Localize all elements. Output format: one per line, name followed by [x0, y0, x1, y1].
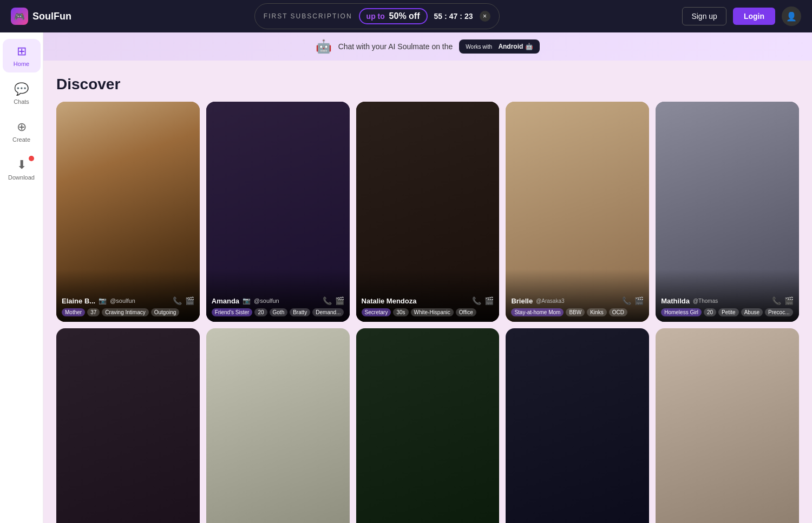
timer-hours: 55: [434, 12, 443, 21]
card-name-mathilda: Mathilda: [661, 297, 690, 305]
character-card-row2-5[interactable]: [656, 328, 799, 523]
card-handle-amanda: @soulfun: [254, 297, 279, 304]
banner-bot-icon: 🤖: [316, 39, 332, 54]
tag: 20: [254, 308, 267, 316]
nav-right: Sign up Login 👤: [682, 6, 801, 26]
phone-icon: 📞: [472, 296, 481, 305]
sidebar-item-create[interactable]: ⊕ Create: [3, 115, 41, 148]
tag: 30s: [393, 308, 408, 316]
android-label: Android: [498, 43, 523, 50]
phone-icon: 📞: [622, 296, 631, 305]
card-action-icons-natalie: 📞 🎬: [472, 296, 494, 305]
sidebar-download-label: Download: [8, 174, 35, 181]
promo-close-button[interactable]: ×: [480, 11, 490, 22]
card-action-icons-elaine: 📞 🎬: [173, 296, 194, 305]
timer-seconds: 23: [464, 12, 473, 21]
download-icon: ⬇: [17, 158, 27, 172]
discount-prefix: up to: [366, 12, 385, 21]
tag: BBW: [566, 308, 585, 316]
video-icon: 🎬: [335, 296, 344, 305]
tag: Outgoing: [151, 308, 180, 316]
logo-icon: 🎮: [11, 8, 28, 25]
character-card-row2-1[interactable]: [56, 328, 200, 523]
tag: Bratty: [290, 308, 310, 316]
top-navigation: 🎮 SoulFun FIRST SUBSCRIPTION up to 50% o…: [0, 0, 812, 32]
tag: Kinks: [587, 308, 606, 316]
tag: Petite: [718, 308, 739, 316]
phone-icon: 📞: [772, 296, 781, 305]
video-icon: 🎬: [185, 296, 194, 305]
promo-timer: 55 : 47 : 23: [434, 12, 473, 21]
tag: 37: [87, 308, 100, 316]
promo-banner: FIRST SUBSCRIPTION up to 50% off 55 : 47…: [254, 3, 500, 29]
card-tags-natalie: Secretary 30s White-Hispanic Office: [362, 308, 494, 316]
tag: Craving Intimacy: [102, 308, 148, 316]
sidebar-chats-label: Chats: [14, 98, 29, 105]
login-button[interactable]: Login: [733, 8, 775, 25]
character-card-row2-3[interactable]: [356, 328, 500, 523]
phone-icon: 📞: [173, 296, 182, 305]
tag: Secretary: [362, 308, 391, 316]
android-banner: 🤖 Chat with your AI Soulmate on the Work…: [43, 32, 812, 61]
discount-value: 50% off: [389, 11, 420, 21]
app-logo[interactable]: 🎮 SoulFun: [11, 8, 71, 25]
character-card-elaine[interactable]: Elaine B... 📷 @soulfun 📞 🎬 Mother 37 Cra…: [56, 102, 200, 322]
tag: Stay-at-home Mom: [511, 308, 564, 316]
character-card-grid-row2: [56, 328, 799, 523]
phone-icon: 📞: [323, 296, 332, 305]
sidebar-item-home[interactable]: ⊞ Home: [3, 39, 41, 72]
signup-button[interactable]: Sign up: [682, 7, 726, 25]
card-name-brielle: Brielle: [511, 297, 533, 305]
card-handle-mathilda: @Thomas: [693, 298, 718, 304]
tag: Demand...: [312, 308, 344, 316]
sidebar-create-label: Create: [12, 136, 30, 143]
user-avatar[interactable]: 👤: [782, 6, 801, 26]
character-card-row2-2[interactable]: [206, 328, 350, 523]
character-card-brielle[interactable]: Brielle @Arasaka3 📞 🎬 Stay-at-home Mom B…: [506, 102, 649, 322]
sidebar-item-download[interactable]: ⬇ Download: [3, 153, 41, 186]
card-tags-elaine: Mother 37 Craving Intimacy Outgoing: [62, 308, 194, 316]
card-handle-elaine: @soulfun: [110, 297, 135, 304]
sidebar-home-label: Home: [14, 61, 29, 67]
tag: Mother: [62, 308, 85, 316]
timer-minutes: 47: [449, 12, 458, 21]
instagram-icon-amanda: 📷: [243, 297, 251, 304]
banner-text: Chat with your AI Soulmate on the: [338, 42, 453, 51]
tag: Office: [456, 308, 476, 316]
sidebar: ⊞ Home 💬 Chats ⊕ Create ⬇ Download: [0, 32, 43, 523]
promo-discount: up to 50% off: [359, 8, 428, 24]
card-tags-amanda: Friend's Sister 20 Goth Bratty Demand...: [212, 308, 344, 316]
android-badge[interactable]: Works with Android 🤖: [459, 39, 540, 54]
main-content: Discover Elaine B... 📷 @soulfun 📞 🎬: [43, 65, 812, 523]
tag: Precoc...: [765, 308, 793, 316]
video-icon: 🎬: [784, 296, 794, 305]
character-card-amanda[interactable]: Amanda 📷 @soulfun 📞 🎬 Friend's Sister 20…: [206, 102, 350, 322]
tag: Homeless Girl: [661, 308, 702, 316]
tag: Abuse: [741, 308, 763, 316]
tag: Goth: [270, 308, 288, 316]
card-tags-brielle: Stay-at-home Mom BBW Kinks OCD: [511, 308, 644, 316]
card-action-icons-brielle: 📞 🎬: [622, 296, 644, 305]
sidebar-item-chats[interactable]: 💬 Chats: [3, 77, 41, 110]
card-name-elaine: Elaine B...: [62, 297, 95, 305]
tag: Friend's Sister: [212, 308, 253, 316]
card-name-natalie: Natalie Mendoza: [362, 297, 417, 305]
create-icon: ⊕: [17, 120, 27, 134]
card-tags-mathilda: Homeless Girl 20 Petite Abuse Precoc...: [661, 308, 794, 316]
video-icon: 🎬: [484, 296, 494, 305]
card-action-icons-mathilda: 📞 🎬: [772, 296, 794, 305]
card-action-icons-amanda: 📞 🎬: [323, 296, 344, 305]
app-name: SoulFun: [32, 11, 71, 22]
character-card-row2-4[interactable]: [506, 328, 649, 523]
tag: 20: [704, 308, 716, 316]
card-handle-brielle: @Arasaka3: [536, 298, 564, 304]
character-card-mathilda[interactable]: Mathilda @Thomas 📞 🎬 Homeless Girl 20 Pe…: [656, 102, 799, 322]
character-card-natalie[interactable]: Natalie Mendoza 📞 🎬 Secretary 30s White-…: [356, 102, 500, 322]
video-icon: 🎬: [634, 296, 644, 305]
character-card-grid-row1: Elaine B... 📷 @soulfun 📞 🎬 Mother 37 Cra…: [56, 102, 799, 322]
promo-text: FIRST SUBSCRIPTION: [264, 12, 352, 20]
chats-icon: 💬: [14, 82, 29, 96]
download-badge: [29, 156, 34, 161]
instagram-icon-elaine: 📷: [99, 297, 107, 304]
discover-title: Discover: [56, 76, 799, 93]
